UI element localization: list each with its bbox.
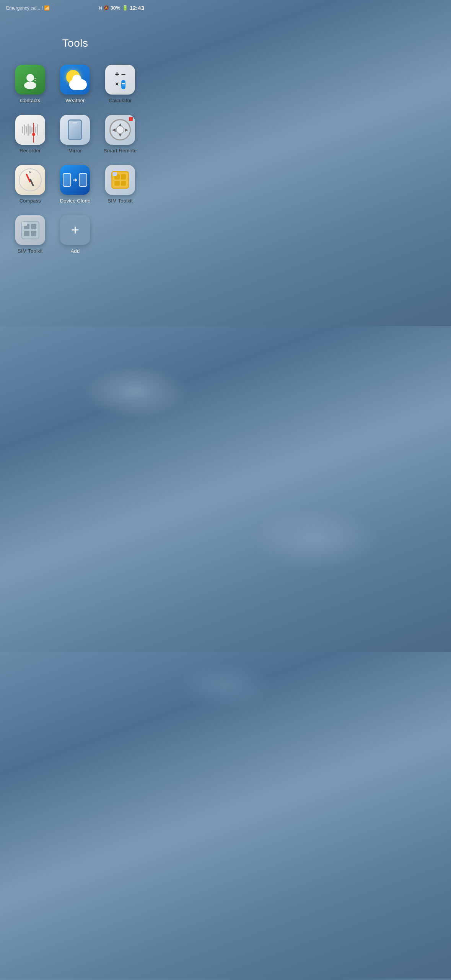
time-text: 12:43	[130, 5, 144, 11]
app-item-smart-remote[interactable]: ▲ ▼ ◀ ▶ Smart Remote	[101, 115, 139, 154]
app-item-contacts[interactable]: Contacts	[11, 65, 49, 103]
status-right: N 🔕 30% 🔋 12:43	[99, 5, 144, 11]
app-item-recorder[interactable]: Recorder	[11, 115, 49, 154]
app-item-add[interactable]: + Add	[57, 215, 94, 254]
sim-toolkit2-icon	[15, 215, 45, 245]
sim-toolkit-icon	[105, 165, 135, 195]
weather-label: Weather	[65, 98, 85, 103]
compass-n-label: N	[29, 170, 31, 174]
app-item-weather[interactable]: Weather	[57, 65, 94, 103]
exclamation-icon: !	[42, 5, 43, 11]
remote-red-dot	[129, 117, 133, 121]
sim-toolkit2-label: SIM Toolkit	[18, 248, 43, 254]
contacts-label: Contacts	[20, 98, 40, 103]
calc-plus: +	[115, 70, 119, 78]
calc-minus: −	[121, 70, 126, 78]
status-left: Emergency cal... ! 📶	[6, 5, 50, 11]
svg-point-1	[24, 82, 36, 89]
sim-chip-shape	[111, 171, 129, 189]
smart-remote-icon: ▲ ▼ ◀ ▶	[105, 115, 135, 145]
calc-equals: =	[121, 80, 126, 89]
battery-icon: 🔋	[122, 5, 128, 11]
device-clone-label: Device Clone	[60, 198, 91, 204]
app-item-sim-toolkit[interactable]: SIM Toolkit	[101, 165, 139, 204]
wifi-icon: 📶	[44, 5, 50, 11]
add-plus-symbol: +	[71, 223, 79, 237]
clone-phone-left	[63, 173, 71, 187]
svg-point-0	[26, 74, 34, 82]
sim2-shape	[21, 221, 39, 239]
mirror-phone-shape	[68, 119, 82, 140]
clone-arrow-icon: ➜	[73, 177, 77, 183]
recorder-needle-dot	[32, 133, 35, 136]
smart-remote-label: Smart Remote	[104, 148, 137, 154]
contacts-icon	[15, 65, 45, 95]
calculator-icon: + − × =	[105, 65, 135, 95]
compass-icon: N	[15, 165, 45, 195]
nfc-icon: N	[99, 6, 102, 10]
recorder-icon	[15, 115, 45, 145]
compass-label: Compass	[20, 198, 41, 204]
calc-times: ×	[115, 80, 119, 89]
svg-rect-3	[34, 78, 36, 79]
add-label: Add	[71, 248, 80, 254]
remote-outer-circle: ▲ ▼ ◀ ▶	[109, 119, 131, 140]
status-bar: Emergency cal... ! 📶 N 🔕 30% 🔋 12:43	[0, 0, 150, 14]
weather-cloud	[69, 79, 87, 90]
battery-text: 30%	[111, 5, 120, 11]
weather-icon	[60, 65, 90, 95]
add-icon: +	[60, 215, 90, 245]
sim-toolkit-label: SIM Toolkit	[107, 198, 133, 204]
contacts-svg	[21, 70, 40, 89]
app-grid: Contacts Weather + − × = Calculator	[0, 61, 150, 269]
svg-rect-4	[34, 80, 36, 81]
clone-phone-right	[79, 173, 87, 187]
app-item-compass[interactable]: N Compass	[11, 165, 49, 204]
recorder-label: Recorder	[20, 148, 41, 154]
emergency-call-text: Emergency cal...	[6, 5, 40, 11]
app-item-sim-toolkit2[interactable]: SIM Toolkit	[11, 215, 49, 254]
calculator-label: Calculator	[109, 98, 132, 103]
mirror-icon	[60, 115, 90, 145]
page-title: Tools	[0, 37, 150, 49]
mirror-label: Mirror	[68, 148, 82, 154]
compass-face: N	[19, 168, 42, 191]
compass-needle-dark	[29, 179, 34, 186]
mute-icon: 🔕	[104, 5, 109, 10]
device-clone-icon: ➜	[60, 165, 90, 195]
app-item-mirror[interactable]: Mirror	[57, 115, 94, 154]
app-item-device-clone[interactable]: ➜ Device Clone	[57, 165, 94, 204]
app-item-calculator[interactable]: + − × = Calculator	[101, 65, 139, 103]
